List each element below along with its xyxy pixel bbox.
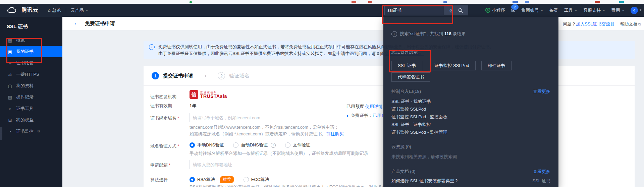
- chip-code-sign-cert[interactable]: 代码签名证书: [391, 72, 430, 82]
- recommended-badge: 推荐: [220, 176, 234, 183]
- nav-group-account[interactable]: 集团账号 ⌄: [521, 7, 543, 13]
- chip-sslpod[interactable]: 证书监控 SSLPod: [428, 61, 475, 70]
- tencent-cloud-logo-icon: [7, 7, 17, 14]
- console-entry[interactable]: SSL 证书 - 我的证书: [391, 99, 431, 105]
- radio-rsa[interactable]: RSA算法 推荐: [190, 176, 234, 183]
- messages-button[interactable]: ✉ 2: [511, 7, 516, 13]
- page-title: 免费证书申请: [85, 20, 115, 27]
- help-doc-link[interactable]: 帮助文档⧉: [620, 21, 641, 26]
- chip-email-cert[interactable]: 邮件证书: [481, 61, 512, 70]
- sidebar-item-cert-hosting[interactable]: ⧈ 证书托管: [0, 57, 62, 69]
- chevron-down-icon: ⌄: [622, 8, 625, 12]
- message-count-badge: 2: [511, 4, 519, 10]
- sidebar-item-one-click-https[interactable]: ⇄ 一键HTTPS: [0, 69, 62, 80]
- nav-icp[interactable]: 备案: [549, 7, 558, 13]
- trustasia-logo: 信 亚洲诚信® TRUSTAsia: [190, 90, 227, 99]
- step2-circle: 2: [218, 72, 225, 79]
- email-input[interactable]: [190, 160, 315, 169]
- sidebar-item-overview[interactable]: ▦ 概览: [0, 35, 62, 46]
- nav-overview[interactable]: ⌂ 总览: [48, 7, 61, 13]
- quota-detail-link[interactable]: 使用详情: [365, 104, 383, 109]
- sidebar-item-my-certificates[interactable]: ▣ 我的证书: [0, 46, 62, 57]
- console-entry[interactable]: SSL 证书 - 证书监控: [391, 122, 431, 128]
- domain-help2: 如需绑定泛域名（例如 *.tencent.com）或者绑定IP，请购买付费证书。…: [190, 131, 343, 137]
- bullet-icon: ●: [346, 114, 348, 118]
- account-menu[interactable]: 4 ▾: [631, 7, 641, 14]
- step1-circle: 1: [152, 72, 159, 79]
- sidebar-item-label: 一键HTTPS: [16, 71, 39, 77]
- resource-section-title: 云资源 (0): [391, 144, 411, 150]
- global-search: ⊗: [384, 5, 468, 15]
- radio-label: 手动DNS验证: [197, 142, 224, 148]
- benefits-icon: ⊞: [7, 118, 13, 123]
- radio-auto-dns[interactable]: 自动DNS验证 i: [233, 142, 275, 148]
- help-doc-label: 帮助文档: [620, 21, 638, 26]
- sidebar-item-my-benefits[interactable]: ⊞ 我的权益: [0, 114, 62, 126]
- avatar[interactable]: 4: [631, 7, 638, 14]
- docs-see-more-link[interactable]: 查看更多: [533, 169, 550, 175]
- sidebar-item-operation-log[interactable]: ▤ 操作记录: [0, 91, 62, 103]
- nav-tools-label: 工具: [564, 7, 573, 13]
- cert-tools-icon: ⌕: [7, 106, 13, 111]
- back-button[interactable]: ←: [74, 20, 79, 26]
- sidebar-item-cert-tools[interactable]: ⌕ 证书工具: [0, 103, 62, 114]
- nav-support[interactable]: 客服支持 ⌄: [583, 7, 605, 13]
- search-results-panel: i搜索"ssl证书"，共找到 118 条结果 您是否要搜索... SSL 证书 …: [383, 17, 558, 187]
- global-search-input[interactable]: [384, 5, 444, 15]
- algo-label: 算法选择: [150, 177, 168, 183]
- info-icon[interactable]: i: [271, 143, 276, 148]
- console-entry[interactable]: 证书监控 SSLPod: [391, 106, 426, 112]
- browser-chrome-strip: [0, 0, 644, 4]
- my-certificates-icon: ▣: [7, 49, 13, 54]
- summary-prefix: 搜索"ssl证书"，共找到: [400, 31, 444, 36]
- chip-ssl-cert[interactable]: SSL 证书: [391, 61, 422, 70]
- sidebar-item-label: 证书监控: [16, 128, 34, 134]
- quota-title: 已用额度: [346, 104, 364, 109]
- radio-label: RSA算法: [197, 177, 215, 183]
- nav-support-label: 客服支持: [583, 7, 601, 13]
- domain-input[interactable]: [190, 113, 315, 122]
- sidebar-item-cert-monitor[interactable]: ◔ 证书监控 ⧉: [0, 126, 62, 137]
- nav-tools[interactable]: 工具 ⌄: [564, 7, 577, 13]
- algo-options: RSA算法 推荐 ECC算法: [190, 176, 269, 183]
- suggest-label: 您是否要搜索...: [391, 49, 421, 55]
- quota-separator: ：: [368, 113, 373, 118]
- radio-ecc[interactable]: ECC算法: [244, 177, 269, 183]
- validity-label: 证书有效期: [150, 103, 172, 109]
- browser-fragment: [595, 1, 600, 3]
- email-label: 申请邮箱*: [150, 162, 170, 168]
- search-icon[interactable]: [458, 8, 463, 13]
- doc-entry-label[interactable]: 如何选择 SSL 证书安装部署类型？: [391, 178, 459, 184]
- monitor-icon: ◔: [7, 129, 13, 134]
- sidebar-collapse-handle[interactable]: ‹: [0, 127, 2, 140]
- brand-name[interactable]: 腾讯云: [21, 7, 39, 14]
- clear-search-icon[interactable]: ⊗: [449, 8, 453, 13]
- email-label-text: 申请邮箱: [150, 163, 168, 168]
- alert-line2-text: 由于免费证书是无偿提供，因此腾讯云SSL证书不提供免费证书的技术支持或安装指导。…: [158, 51, 385, 56]
- radio-label: ECC算法: [251, 177, 269, 183]
- browser-fragment: [443, 1, 447, 3]
- console-see-more-link[interactable]: 查看更多: [533, 88, 550, 95]
- console-entry[interactable]: 证书监控 SSLPod - 监控管理: [391, 129, 447, 135]
- nav-cloud-products[interactable]: 云产品 ⌄: [71, 7, 88, 13]
- quota-item-value: 已用1: [373, 113, 384, 118]
- radio-manual-dns[interactable]: 手动DNS验证: [190, 142, 224, 148]
- sidebar-item-label: 证书托管: [16, 60, 34, 66]
- console-entry[interactable]: 证书监控 SSLPod - 监控面板: [391, 114, 447, 120]
- sidebar-title: SSL 证书: [0, 17, 62, 35]
- radio-file-verify[interactable]: 文件验证: [285, 142, 310, 148]
- nav-mini-program[interactable]: s 小程序: [485, 7, 505, 13]
- verify-label: 域名验证方式*: [150, 143, 179, 149]
- sidebar-item-my-materials[interactable]: ▢ 我的资料: [0, 80, 62, 91]
- sidebar-item-label: 我的资料: [16, 83, 34, 89]
- nav-divider: [66, 8, 66, 13]
- console-section-title: 控制台入口(18): [391, 88, 421, 95]
- nav-billing[interactable]: 费用 ⌄: [611, 7, 625, 13]
- resource-empty-text: 未搜索到相关资源，请修改搜索词: [391, 154, 457, 160]
- radio-icon: [244, 177, 249, 182]
- join-group-link[interactable]: 加入SSL证书交流群: [576, 21, 615, 26]
- go-purchase-link[interactable]: 前往购买: [326, 131, 343, 136]
- nav-billing-label: 费用: [611, 7, 620, 13]
- browser-fragment: [619, 1, 624, 3]
- suggest-chips-row1: SSL 证书 证书监控 SSLPod 邮件证书: [391, 61, 516, 70]
